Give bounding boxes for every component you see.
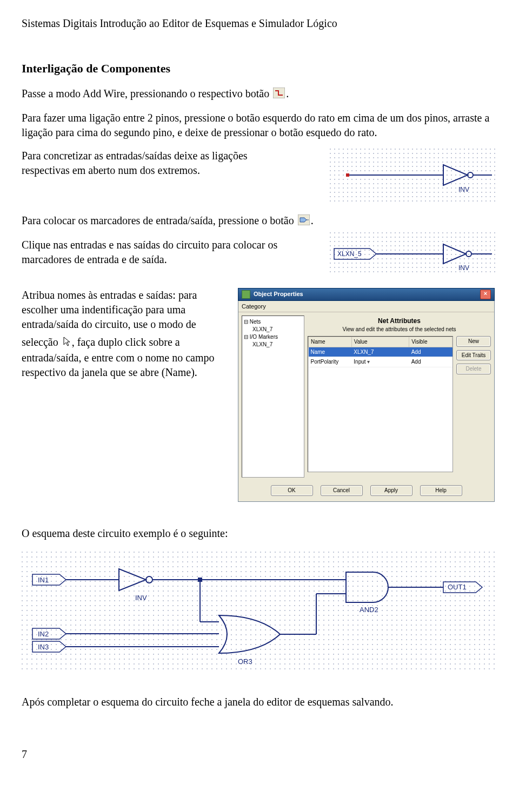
text: Para colocar os marcadores de entrada/sa… — [22, 214, 297, 226]
table-row[interactable]: PortPolarity Input ▾ Add — [309, 357, 453, 367]
pane-sub: View and edit the attributes of the sele… — [308, 326, 491, 337]
cell: XLXN_7 — [351, 347, 409, 357]
svg-text:IN2: IN2 — [38, 630, 49, 638]
text: selecção — [22, 336, 61, 348]
col-value: Value — [351, 337, 409, 347]
para-schematic-caption: O esquema deste circuito exemplo é o seg… — [22, 526, 497, 541]
cell[interactable]: Input ▾ — [351, 357, 409, 367]
svg-text:INV: INV — [135, 594, 147, 602]
col-name: Name — [309, 337, 352, 347]
para-drag-wire: Para fazer uma ligação entre 2 pinos, pr… — [22, 111, 497, 140]
svg-rect-15 — [22, 552, 497, 673]
add-wire-icon — [273, 88, 285, 102]
app-icon — [242, 290, 250, 299]
cancel-button[interactable]: Cancel — [321, 485, 363, 496]
para-attr-names-b: selecção , faça duplo click sobre a entr… — [22, 335, 227, 380]
para-click-markers: Clique nas entradas e nas saídas do circ… — [22, 238, 281, 267]
edit-traits-button[interactable]: Edit Traits — [456, 350, 491, 361]
apply-button[interactable]: Apply — [370, 485, 412, 496]
nets-tree[interactable]: ⊟ Nets XLXN_7 ⊟ I/O Markers XLXN_7 — [242, 316, 304, 478]
cell: Add — [409, 347, 453, 357]
svg-text:OUT1: OUT1 — [448, 583, 467, 591]
category-menu[interactable]: Category — [242, 303, 266, 310]
pane-title: Net Attributes — [308, 316, 491, 325]
close-icon[interactable]: × — [480, 290, 491, 299]
inv-label: INV — [458, 264, 469, 272]
text: . — [311, 214, 314, 226]
tree-node[interactable]: ⊟ I/O Markers — [244, 333, 302, 341]
cell: Add — [409, 357, 453, 367]
para-add-wire: Passe a modo Add Wire, pressionando o re… — [22, 86, 497, 102]
tree-node[interactable]: ⊟ Nets — [244, 318, 302, 326]
svg-text:IN3: IN3 — [38, 643, 49, 651]
dialog-title-bar: Object Properties × — [238, 288, 495, 301]
menu-strip[interactable]: Category — [238, 301, 494, 313]
para-close-save: Após completar o esquema do circuito fec… — [22, 695, 497, 709]
dialog-title: Object Properties — [254, 290, 303, 298]
para-marker-btn: Para colocar os marcadores de entrada/sa… — [22, 213, 497, 229]
schematic-marker-fig: XLXN_5 INV — [330, 232, 497, 276]
inv-label: INV — [458, 186, 469, 193]
para-attr-names-a: Atribua nomes às entradas e saídas: para… — [22, 288, 227, 332]
section-title: Interligação de Componentes — [22, 61, 497, 77]
page-header: Sistemas Digitais Introdução ao Editor d… — [22, 16, 497, 31]
io-marker-icon — [298, 214, 310, 229]
svg-text:AND2: AND2 — [360, 606, 378, 614]
tree-node[interactable]: XLXN_7 — [244, 341, 302, 348]
attributes-grid[interactable]: Name Value Visible Name XLXN_7 Add — [308, 336, 453, 472]
cursor-icon — [62, 336, 71, 351]
marker-label: XLXN_5 — [337, 250, 362, 258]
table-row[interactable]: Name XLXN_7 Add — [309, 347, 453, 357]
svg-text:IN1: IN1 — [38, 576, 49, 584]
svg-text:OR3: OR3 — [238, 657, 252, 666]
text: Passe a modo Add Wire, pressionando o re… — [22, 88, 272, 99]
delete-button[interactable]: Delete — [456, 364, 491, 374]
col-visible: Visible — [409, 337, 453, 347]
help-button[interactable]: Help — [420, 485, 462, 496]
page-number: 7 — [22, 747, 497, 762]
new-button[interactable]: New — [456, 336, 491, 347]
svg-rect-3 — [346, 173, 349, 177]
tree-node[interactable]: XLXN_7 — [244, 326, 302, 333]
ok-button[interactable]: OK — [271, 485, 313, 496]
cell: Name — [309, 347, 352, 357]
object-properties-dialog: Object Properties × Category ⊟ Nets XLXN… — [238, 288, 495, 502]
cell: PortPolarity — [309, 357, 352, 367]
full-schematic-fig: IN1 INV IN2 IN3 OR3 AND2 OUT1 — [22, 552, 497, 673]
text: . — [286, 88, 289, 99]
para-open-ends: Para concretizar as entradas/saídas deix… — [22, 149, 281, 178]
schematic-inv-fig: INV — [330, 149, 497, 203]
